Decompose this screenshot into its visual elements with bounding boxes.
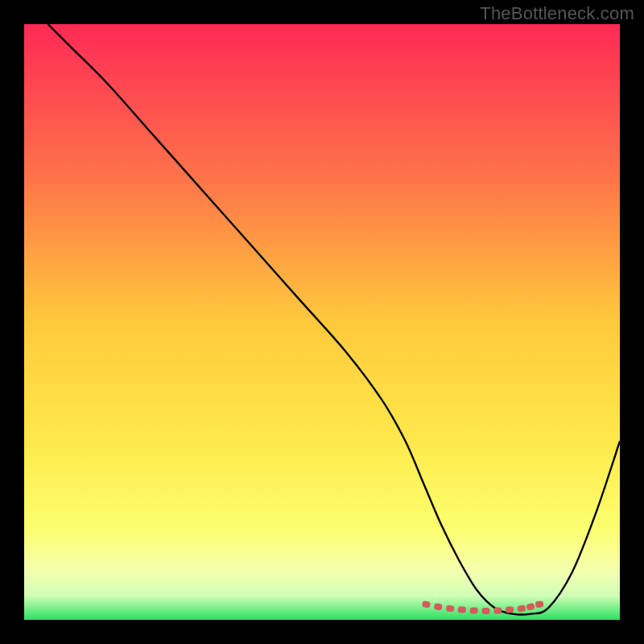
plot-area	[24, 24, 620, 620]
trough-marker	[482, 608, 490, 614]
chart-svg	[24, 24, 620, 620]
trough-marker	[458, 606, 467, 613]
trough-marker	[493, 607, 502, 613]
trough-marker	[470, 607, 478, 613]
trough-marker	[506, 606, 514, 613]
watermark-text: TheBottleneck.com	[480, 3, 634, 24]
chart-outer: TheBottleneck.com	[0, 0, 644, 644]
gradient-background	[24, 24, 620, 620]
